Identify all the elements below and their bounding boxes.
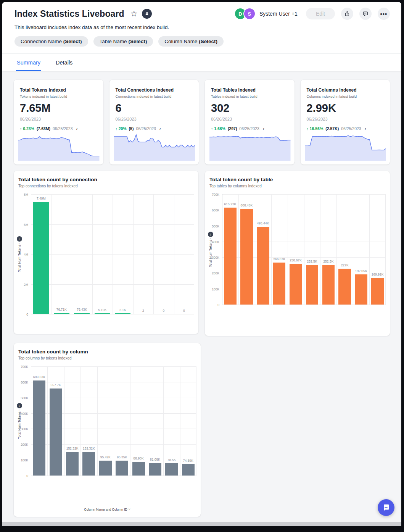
chart-title: Total token count by table	[205, 177, 390, 182]
bar[interactable]	[99, 461, 112, 476]
bar[interactable]	[116, 461, 128, 476]
kpi-subtitle: Columns indexed in latest build	[307, 94, 384, 98]
y-tick-label: 700K	[21, 365, 28, 369]
gridline	[153, 194, 154, 314]
y-tick-label: 4M	[24, 253, 28, 256]
bar[interactable]	[82, 452, 95, 476]
kpi-change-value: (2.57K)	[325, 126, 339, 131]
gridline	[222, 305, 386, 305]
bar[interactable]	[50, 389, 62, 476]
bar[interactable]	[54, 313, 69, 314]
kpi-row: Total Tokens Indexed Tokens indexed in l…	[14, 80, 390, 164]
bar[interactable]	[306, 265, 319, 305]
bar[interactable]	[132, 462, 145, 476]
bar[interactable]	[338, 269, 351, 305]
gridline	[336, 194, 337, 305]
kpi-sparkline	[18, 132, 100, 161]
bar[interactable]	[74, 313, 90, 314]
gridline	[31, 314, 194, 314]
bar[interactable]	[33, 202, 49, 314]
filter-chip-table-name[interactable]: Table Name (Select)	[93, 36, 153, 47]
gridline	[353, 194, 353, 305]
bar-value-label: 88.93K	[130, 456, 146, 460]
kpi-change-date: 06/25/2023	[239, 126, 259, 131]
filter-name: Connection Name	[21, 39, 63, 44]
y-tick-label: 100K	[212, 287, 219, 291]
bar[interactable]	[257, 227, 269, 305]
kpi-subtitle: Tables indexed in latest build	[211, 94, 288, 98]
bar[interactable]	[149, 463, 161, 476]
kpi-date: 06/26/2023	[20, 117, 97, 121]
chevron-right-icon[interactable]: ›	[159, 126, 161, 131]
bar-value-label: 0	[174, 309, 195, 313]
bar[interactable]	[95, 313, 110, 314]
tab-summary[interactable]: Summary	[16, 54, 41, 71]
gridline	[194, 194, 194, 314]
kpi-card[interactable]: Total Connections Indexed Connections in…	[109, 80, 199, 164]
y-tick-label: 100K	[21, 458, 28, 462]
bar[interactable]	[290, 264, 302, 305]
y-tick-label: 700K	[212, 193, 219, 197]
chevron-right-icon[interactable]: ›	[263, 126, 264, 131]
kpi-change-percent: ↑ 16.56%	[307, 126, 324, 131]
chart-title: Total token count by column	[14, 349, 201, 355]
kpi-change: ↑ 20% (5) 06/25/2023 ›	[116, 126, 193, 131]
bar[interactable]	[165, 463, 178, 476]
bar[interactable]	[115, 313, 130, 314]
bar[interactable]	[66, 452, 79, 476]
lock-icon	[142, 9, 152, 19]
comment-button[interactable]	[359, 8, 372, 20]
bar-value-label: 152.32K	[80, 447, 97, 450]
kpi-sparkline	[305, 132, 386, 161]
gridline	[113, 194, 113, 314]
bar[interactable]	[355, 274, 367, 305]
tab-details[interactable]: Details	[55, 54, 73, 71]
gridline	[222, 194, 222, 305]
gridline	[369, 194, 370, 305]
chevron-right-icon[interactable]: ›	[365, 126, 366, 131]
bar[interactable]	[371, 278, 384, 305]
bar-value-label: 258.67K	[288, 258, 304, 262]
bar[interactable]	[33, 380, 45, 476]
avatar[interactable]: S	[243, 8, 256, 20]
kpi-subtitle: Tokens indexed in latest build	[20, 94, 97, 98]
bar[interactable]	[182, 464, 195, 476]
edit-button[interactable]: Edit	[306, 8, 335, 19]
more-options-button[interactable]: •••	[378, 8, 390, 20]
y-tick-label: 6M	[24, 223, 28, 227]
kpi-card[interactable]: Total Tokens Indexed Tokens indexed in l…	[14, 80, 103, 164]
kpi-card[interactable]: Total Tables Indexed Tables indexed in l…	[205, 80, 295, 164]
bar-value-label: 557.7K	[47, 383, 64, 387]
kpi-date: 06/26/2023	[307, 117, 384, 121]
bar[interactable]	[273, 263, 286, 305]
gridline	[52, 194, 52, 314]
bar[interactable]	[240, 209, 253, 305]
kpi-value: 6	[116, 102, 193, 114]
bar[interactable]	[224, 208, 237, 305]
gridline	[47, 366, 48, 476]
chart-title: Total token count by connection	[14, 177, 198, 182]
kpi-card[interactable]: Total Columns Indexed Columns indexed in…	[301, 80, 390, 164]
filter-chip-connection-name[interactable]: Connection Name (Select)	[14, 36, 88, 47]
filter-chip-column-name[interactable]: Column Name (Select)	[158, 36, 224, 47]
y-tick-label: 0	[26, 313, 28, 316]
kpi-date: 06/26/2023	[116, 117, 193, 121]
x-axis-label[interactable]: Column Name and Column ID˅	[14, 508, 201, 511]
kpi-change: ↑ 0.23% (7.63M) 06/25/2023 ›	[20, 126, 97, 131]
chevron-right-icon[interactable]: ›	[76, 126, 77, 131]
bar[interactable]	[322, 265, 335, 305]
kpi-change-date: 06/25/2023	[136, 126, 156, 131]
bar-value-label: 252.5K	[304, 260, 320, 263]
favorite-star-icon[interactable]: ☆	[130, 9, 138, 18]
y-tick-label: 300K	[21, 427, 28, 431]
y-tick-label: 500K	[212, 224, 219, 228]
filter-state: (Select)	[128, 39, 147, 44]
chat-launcher-button[interactable]	[378, 499, 394, 516]
kpi-change-percent: ↑ 0.23%	[20, 126, 34, 131]
kpi-change: ↑ 16.56% (2.57K) 06/25/2023 ›	[307, 126, 384, 131]
shared-users-label: System User +1	[259, 11, 298, 17]
gridline	[80, 366, 81, 476]
y-tick-label: 400K	[212, 240, 219, 244]
share-button[interactable]	[341, 8, 353, 20]
gridline	[97, 366, 98, 476]
